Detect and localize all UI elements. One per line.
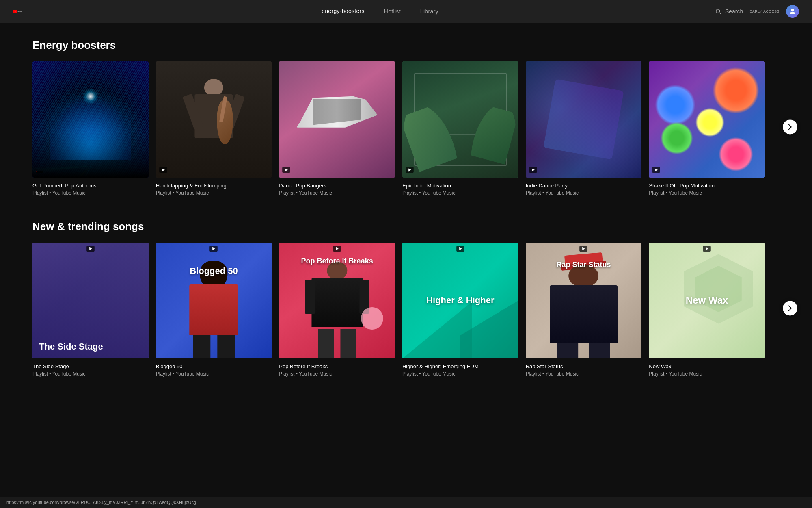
main-nav: energy-boosters Hotlist Library bbox=[45, 0, 715, 22]
user-avatar[interactable] bbox=[786, 5, 799, 18]
avatar-icon bbox=[788, 7, 797, 15]
card-epic-indie[interactable]: Epic Indie Motivation Playlist • YouTube… bbox=[402, 61, 518, 196]
card-thumb-indie-dance bbox=[526, 61, 642, 178]
yt-mini-icon-4 bbox=[529, 167, 537, 173]
card-thumb-new-wax: New Wax bbox=[649, 243, 765, 359]
yt-badge-rap-star bbox=[579, 246, 587, 253]
svg-point-1 bbox=[791, 9, 794, 11]
search-area[interactable]: Search bbox=[715, 8, 743, 15]
status-url: https://music.youtube.com/browse/VLRDCLA… bbox=[6, 500, 196, 505]
main-content: Energy boosters ⋮ bbox=[0, 23, 812, 426]
card-title-side-stage: The Side Stage bbox=[32, 363, 149, 369]
energy-boosters-row: ⋮ Get Pumped: Pop Anthems Playlist • You… bbox=[32, 61, 780, 196]
card-indie-dance[interactable]: Indie Dance Party Playlist • YouTube Mus… bbox=[526, 61, 642, 196]
card-subtitle-get-pumped: Playlist • YouTube Music bbox=[32, 190, 149, 196]
yt-mini-icon-3 bbox=[406, 167, 414, 173]
blogged-overlay-title: Blogged 50 bbox=[190, 266, 238, 276]
card-thumb-pop-breaks: Pop Before It Breaks bbox=[279, 243, 395, 359]
status-bar: https://music.youtube.com/browse/VLRDCLA… bbox=[0, 497, 812, 508]
energy-boosters-title: Energy boosters bbox=[32, 39, 780, 52]
yt-badge-indie-dance bbox=[529, 167, 537, 174]
yt-icon: Music bbox=[13, 7, 26, 16]
card-thumb-higher: Higher & Higher bbox=[402, 243, 518, 359]
card-subtitle-blogged: Playlist • YouTube Music bbox=[156, 371, 272, 377]
search-label: Search bbox=[725, 8, 743, 15]
card-subtitle-rap-star: Playlist • YouTube Music bbox=[526, 371, 642, 377]
yt-badge-higher bbox=[456, 246, 464, 253]
yt-badge-epic-indie bbox=[406, 167, 414, 174]
search-icon bbox=[715, 8, 722, 15]
card-handclapping[interactable]: Handclapping & Footstomping Playlist • Y… bbox=[156, 61, 272, 196]
yt-badge-new-wax bbox=[703, 246, 711, 253]
card-subtitle-epic-indie: Playlist • YouTube Music bbox=[402, 190, 518, 196]
side-stage-overlay-title: The Side Stage bbox=[39, 341, 103, 352]
yt-badge-handclapping bbox=[159, 167, 167, 174]
card-thumb-side-stage: The Side Stage bbox=[32, 243, 149, 359]
card-higher[interactable]: Higher & Higher Higher & Higher: Emergin… bbox=[402, 243, 518, 377]
play-icon bbox=[133, 162, 140, 169]
yt-badge-pop-breaks bbox=[333, 246, 341, 253]
card-thumb-shake-it-off bbox=[649, 61, 765, 178]
card-title-handclapping: Handclapping & Footstomping bbox=[156, 182, 272, 189]
header: Music energy-boosters Hotlist Library Se… bbox=[0, 0, 812, 23]
header-right: Search EARLY ACCESS bbox=[715, 5, 799, 18]
card-title-higher: Higher & Higher: Emerging EDM bbox=[402, 363, 518, 369]
logo-area[interactable]: Music bbox=[13, 7, 26, 16]
new-wax-overlay-title: New Wax bbox=[686, 295, 728, 306]
card-thumb-get-pumped: ⋮ bbox=[32, 61, 149, 178]
card-thumb-epic-indie bbox=[402, 61, 518, 178]
card-rap-star[interactable]: Rap Star Status Rap Star Status Playlist… bbox=[526, 243, 642, 377]
card-side-stage[interactable]: The Side Stage The Side Stage Playlist •… bbox=[32, 243, 149, 377]
rap-star-overlay-title: Rap Star Status bbox=[531, 260, 636, 269]
card-title-rap-star: Rap Star Status bbox=[526, 363, 642, 369]
energy-scroll-right[interactable] bbox=[783, 120, 797, 135]
card-title-get-pumped: Get Pumped: Pop Anthems bbox=[32, 182, 149, 189]
yt-mini-icon-rs bbox=[579, 246, 587, 252]
nav-library[interactable]: Library bbox=[410, 1, 448, 22]
yt-mini-icon-h bbox=[456, 246, 464, 252]
yt-mini-icon bbox=[159, 167, 167, 173]
energy-boosters-section: Energy boosters ⋮ bbox=[32, 39, 780, 196]
card-shake-it-off[interactable]: Shake It Off: Pop Motivation Playlist • … bbox=[649, 61, 765, 196]
card-dance-pop[interactable]: Dance Pop Bangers Playlist • YouTube Mus… bbox=[279, 61, 395, 196]
yt-mini-icon-pb bbox=[333, 246, 341, 252]
card-blogged-50[interactable]: Blogged 50 Blogged 50 Playlist • YouTube… bbox=[156, 243, 272, 377]
trending-scroll-right[interactable] bbox=[783, 301, 797, 315]
card-title-shake: Shake It Off: Pop Motivation bbox=[649, 182, 765, 189]
card-title-epic-indie: Epic Indie Motivation bbox=[402, 182, 518, 189]
card-new-wax[interactable]: New Wax New Wax Playlist • YouTube Music bbox=[649, 243, 765, 377]
card-get-pumped[interactable]: ⋮ Get Pumped: Pop Anthems Playlist • You… bbox=[32, 61, 149, 196]
svg-text:Music: Music bbox=[17, 11, 22, 13]
youtube-logo[interactable]: Music bbox=[13, 7, 26, 16]
card-pop-breaks[interactable]: Pop Before It Breaks Pop Before It Break… bbox=[279, 243, 395, 377]
card-title-indie-dance: Indie Dance Party bbox=[526, 182, 642, 189]
card-thumb-blogged: Blogged 50 bbox=[156, 243, 272, 359]
card-title-dance-pop: Dance Pop Bangers bbox=[279, 182, 395, 189]
yt-badge bbox=[36, 169, 43, 174]
yt-mini-icon-2 bbox=[282, 167, 290, 173]
side-stage-overlay: The Side Stage bbox=[32, 243, 149, 359]
card-subtitle-side-stage: Playlist • YouTube Music bbox=[32, 371, 149, 377]
card-thumb-handclapping bbox=[156, 61, 272, 178]
yt-mini-icon-5 bbox=[652, 167, 660, 173]
card-subtitle-indie-dance: Playlist • YouTube Music bbox=[526, 190, 642, 196]
new-trending-title: New & trending songs bbox=[32, 220, 780, 233]
chevron-right-icon bbox=[787, 124, 793, 130]
new-trending-section: New & trending songs The Side Stage bbox=[32, 220, 780, 377]
nav-hotlist[interactable]: Hotlist bbox=[374, 1, 410, 22]
card-title-pop-breaks: Pop Before It Breaks bbox=[279, 363, 395, 369]
card-subtitle-pop-breaks: Playlist • YouTube Music bbox=[279, 371, 395, 377]
card-subtitle-shake: Playlist • YouTube Music bbox=[649, 190, 765, 196]
yt-mini-icon-nw bbox=[703, 246, 711, 252]
pop-breaks-overlay-title: Pop Before It Breaks bbox=[285, 256, 389, 266]
early-access-badge: EARLY ACCESS bbox=[749, 9, 780, 14]
yt-badge-dance-pop bbox=[282, 167, 290, 174]
yt-mini-icon-ss bbox=[86, 246, 95, 252]
svg-rect-3 bbox=[36, 171, 43, 173]
yt-badge-side-stage bbox=[86, 246, 95, 253]
nav-home[interactable]: energy-boosters bbox=[312, 0, 374, 22]
card-thumb-dance-pop bbox=[279, 61, 395, 178]
higher-overlay-title: Higher & Higher bbox=[421, 290, 499, 310]
card-subtitle-handclapping: Playlist • YouTube Music bbox=[156, 190, 272, 196]
card-title-new-wax: New Wax bbox=[649, 363, 765, 369]
